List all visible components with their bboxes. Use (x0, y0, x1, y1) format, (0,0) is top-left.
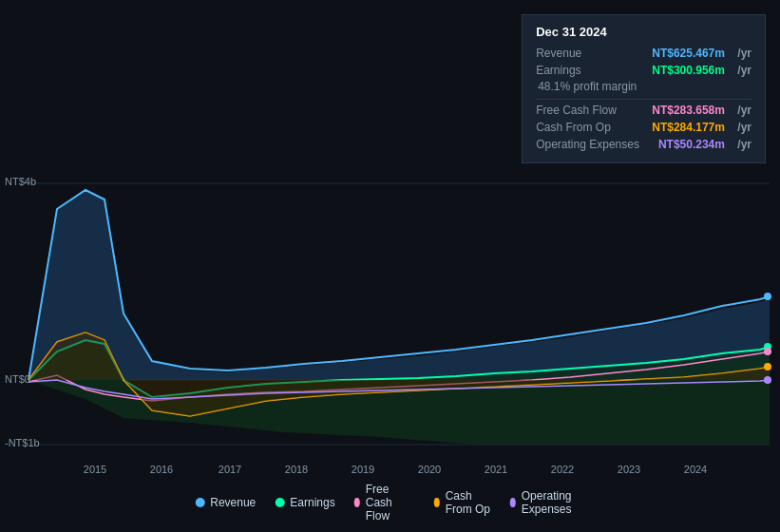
tooltip-fcf-value: NT$283.658m /yr (652, 104, 751, 117)
x-label-2022: 2022 (551, 464, 574, 475)
x-label-2023: 2023 (618, 464, 640, 475)
legend-opex-label: Operating Expenses (522, 489, 585, 516)
legend-fcf-dot (354, 498, 360, 507)
legend-cashfromop-label: Cash From Op (446, 489, 491, 516)
legend-earnings-dot (275, 498, 284, 507)
legend-opex[interactable]: Operating Expenses (510, 489, 585, 516)
tooltip-fcf-row: Free Cash Flow NT$283.658m /yr (536, 102, 751, 119)
tooltip-cashfromop-value: NT$284.177m /yr (652, 121, 751, 134)
tooltip-earnings-row: Earnings NT$300.956m /yr (536, 62, 751, 79)
svg-point-8 (764, 376, 771, 384)
x-label-2019: 2019 (352, 464, 374, 475)
svg-point-7 (764, 363, 771, 370)
legend-fcf-label: Free Cash Flow (366, 483, 415, 522)
x-label-2018: 2018 (285, 464, 308, 475)
legend-cashfromop-dot (434, 498, 440, 507)
tooltip-opex-value: NT$50.234m /yr (658, 138, 751, 151)
tooltip-date: Dec 31 2024 (536, 25, 751, 39)
svg-point-4 (764, 293, 771, 300)
x-label-2016: 2016 (150, 464, 173, 475)
tooltip-earnings-label: Earnings (536, 64, 580, 77)
legend-earnings-label: Earnings (290, 496, 334, 509)
tooltip-fcf-label: Free Cash Flow (536, 104, 617, 117)
x-label-2017: 2017 (219, 464, 241, 475)
tooltip-divider (536, 99, 751, 100)
legend-fcf[interactable]: Free Cash Flow (354, 483, 415, 522)
tooltip-card: Dec 31 2024 Revenue NT$625.467m /yr Earn… (522, 14, 766, 163)
legend-earnings[interactable]: Earnings (275, 496, 334, 509)
legend-revenue-dot (195, 498, 204, 507)
y-axis-mid: NT$0 (5, 373, 30, 385)
tooltip-earnings-value: NT$300.956m /yr (652, 64, 751, 77)
legend-revenue[interactable]: Revenue (195, 496, 256, 509)
x-label-2020: 2020 (418, 464, 441, 475)
y-axis-bottom: -NT$1b (5, 437, 40, 448)
y-axis-top: NT$4b (5, 176, 36, 187)
x-label-2015: 2015 (84, 464, 106, 475)
legend-revenue-label: Revenue (210, 496, 256, 509)
chart-legend: Revenue Earnings Free Cash Flow Cash Fro… (195, 483, 585, 522)
x-label-2024: 2024 (684, 464, 707, 475)
tooltip-cashfromop-row: Cash From Op NT$284.177m /yr (536, 119, 751, 136)
legend-cashfromop[interactable]: Cash From Op (434, 489, 491, 516)
tooltip-profit-margin-row: 48.1% profit margin (536, 79, 751, 97)
tooltip-opex-label: Operating Expenses (536, 138, 639, 151)
x-label-2021: 2021 (485, 464, 507, 475)
tooltip-cashfromop-label: Cash From Op (536, 121, 611, 134)
svg-point-6 (764, 348, 771, 355)
tooltip-revenue-label: Revenue (536, 47, 581, 60)
tooltip-revenue-value: NT$625.467m /yr (652, 47, 751, 60)
tooltip-opex-row: Operating Expenses NT$50.234m /yr (536, 136, 751, 153)
tooltip-profit-margin-value: 48.1% profit margin (538, 80, 637, 93)
tooltip-revenue-row: Revenue NT$625.467m /yr (536, 45, 751, 62)
legend-opex-dot (510, 498, 516, 507)
